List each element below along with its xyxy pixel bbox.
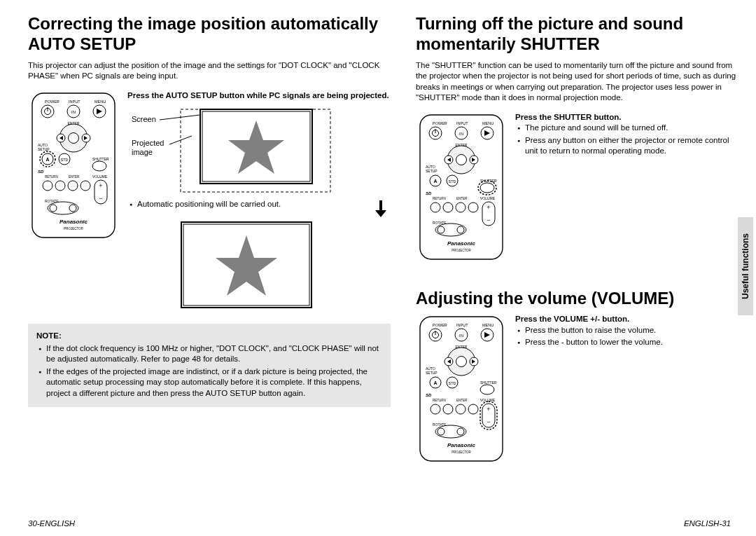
svg-text:INPUT: INPUT [69, 99, 80, 104]
svg-point-118 [480, 385, 494, 394]
svg-text:Panasonic: Panasonic [447, 240, 476, 247]
svg-text:POWER: POWER [433, 323, 447, 327]
svg-text:STD: STD [449, 381, 456, 385]
svg-text:Panasonic: Panasonic [447, 442, 476, 448]
svg-point-123 [430, 404, 440, 414]
svg-text:PROJECTOR: PROJECTOR [451, 451, 471, 454]
svg-text:+: + [99, 182, 102, 189]
note-item-2: If the edges of the projected image are … [36, 366, 382, 399]
svg-text:INPUT: INPUT [456, 121, 468, 125]
svg-point-84 [443, 202, 453, 212]
page-number-right: ENGLISH-31 [684, 519, 731, 528]
remote-illustration-shutter: POWERINPUTMENU IN ENTER AUTOSETUP A STD … [416, 112, 507, 265]
auto-setup-intro: This projector can adjust the position o… [28, 60, 391, 82]
shutter-instructions: Press the SHUTTER button. The picture an… [515, 112, 736, 265]
svg-point-124 [443, 404, 453, 414]
svg-text:IN: IN [71, 110, 76, 114]
screen-diagram-bottom [181, 221, 391, 310]
svg-text:Projected: Projected [132, 139, 164, 147]
shutter-intro: The "SHUTTER" function can be used to mo… [416, 60, 736, 104]
volume-bullet-2: Press the - button to lower the volume. [515, 337, 736, 348]
svg-point-38 [69, 205, 76, 212]
svg-point-83 [430, 202, 440, 212]
svg-text:+: + [486, 204, 490, 211]
svg-text:MENU: MENU [94, 99, 106, 104]
svg-text:SHUTTER: SHUTTER [92, 157, 109, 161]
volume-instructions: Press the VOLUME +/- button. Press the b… [515, 314, 736, 467]
svg-text:STD: STD [449, 179, 456, 184]
auto-setup-instruction-row: POWER INPUT MENU IN ENTER AUTOSETUP A [28, 90, 391, 310]
screen-diagram-top: Screen Projected image [127, 105, 337, 196]
volume-instruction-row: POWERINPUTMENU IN ENTER AUTOSETUP A STD … [416, 314, 736, 467]
svg-text:SHUTTER: SHUTTER [480, 380, 497, 385]
svg-text:−: − [99, 195, 102, 202]
svg-point-86 [468, 202, 478, 212]
svg-text:RETURN: RETURN [433, 399, 446, 402]
svg-text:IN: IN [459, 334, 463, 338]
svg-line-46 [160, 115, 200, 120]
svg-text:ENTER: ENTER [69, 175, 80, 179]
svg-point-92 [438, 226, 444, 233]
shutter-bullet-1: The picture and sound will be turned off… [515, 123, 736, 134]
shutter-bullet-2: Press any button on either the projector… [515, 135, 736, 157]
svg-text:+: + [486, 406, 490, 413]
arrow-down-icon [371, 199, 391, 219]
side-tab: Useful functions [738, 217, 753, 315]
svg-text:POWER: POWER [433, 121, 447, 125]
right-column: Turning off the picture and sound moment… [416, 14, 736, 528]
svg-point-78 [480, 183, 494, 193]
svg-text:INPUT: INPUT [456, 323, 468, 327]
svg-point-67 [456, 154, 467, 165]
svg-text:STD: STD [61, 158, 69, 162]
svg-point-28 [43, 181, 52, 191]
svg-point-134 [457, 428, 464, 435]
volume-bullet-1: Press the button to raise the volume. [515, 325, 736, 336]
svg-point-29 [55, 181, 65, 191]
svg-text:VOLUME: VOLUME [480, 196, 496, 200]
svg-text:VOLUME: VOLUME [92, 174, 108, 179]
note-heading: NOTE: [36, 331, 62, 340]
note-box: NOTE: If the dot clock frequency is 100 … [28, 324, 391, 407]
remote-illustration-autosetup: POWER INPUT MENU IN ENTER AUTOSETUP A [28, 90, 119, 310]
svg-text:−: − [486, 418, 490, 425]
remote-illustration-volume: POWERINPUTMENU IN ENTER AUTOSETUP A STD … [416, 314, 507, 467]
svg-text:SETUP: SETUP [426, 371, 438, 375]
svg-point-93 [457, 226, 464, 233]
volume-step: Press the VOLUME +/- button. [515, 315, 629, 323]
svg-point-85 [456, 202, 465, 212]
svg-text:PROJECTOR: PROJECTOR [451, 249, 471, 252]
svg-text:A: A [433, 179, 437, 184]
svg-text:MENU: MENU [482, 121, 493, 125]
svg-text:A: A [46, 157, 49, 162]
svg-text:RETURN: RETURN [45, 175, 58, 179]
svg-text:MENU: MENU [482, 323, 493, 327]
svg-text:SD: SD [426, 191, 432, 195]
svg-text:SD: SD [38, 170, 44, 174]
page-number-left: 30-ENGLISH [28, 519, 75, 528]
svg-text:Panasonic: Panasonic [59, 219, 88, 225]
svg-text:PROJECTOR: PROJECTOR [64, 227, 83, 231]
shutter-title: Turning off the picture and sound moment… [416, 14, 736, 55]
svg-point-133 [438, 428, 444, 435]
svg-point-30 [68, 181, 78, 191]
svg-text:IN: IN [459, 132, 463, 136]
svg-text:RETURN: RETURN [433, 197, 446, 200]
svg-point-108 [456, 357, 467, 367]
svg-marker-51 [375, 210, 386, 217]
svg-point-126 [468, 404, 478, 414]
auto-setup-title: Correcting the image position automatica… [28, 14, 391, 55]
shutter-step: Press the SHUTTER button. [515, 113, 621, 121]
svg-text:image: image [132, 148, 153, 156]
svg-text:SD: SD [426, 393, 432, 397]
auto-setup-instructions: Press the AUTO SETUP button while PC sig… [127, 90, 391, 310]
step-heading: Press the AUTO SETUP button while PC sig… [127, 91, 389, 99]
svg-text:Screen: Screen [132, 115, 156, 123]
svg-point-31 [80, 181, 90, 191]
svg-text:A: A [433, 380, 437, 385]
svg-point-23 [92, 161, 106, 171]
side-tab-label: Useful functions [741, 233, 750, 299]
auto-position-note: Automatic positioning will be carried ou… [127, 199, 361, 210]
svg-point-125 [456, 404, 465, 414]
svg-text:−: − [486, 217, 490, 224]
note-item-1: If the dot clock frequency is 100 MHz or… [36, 343, 382, 365]
